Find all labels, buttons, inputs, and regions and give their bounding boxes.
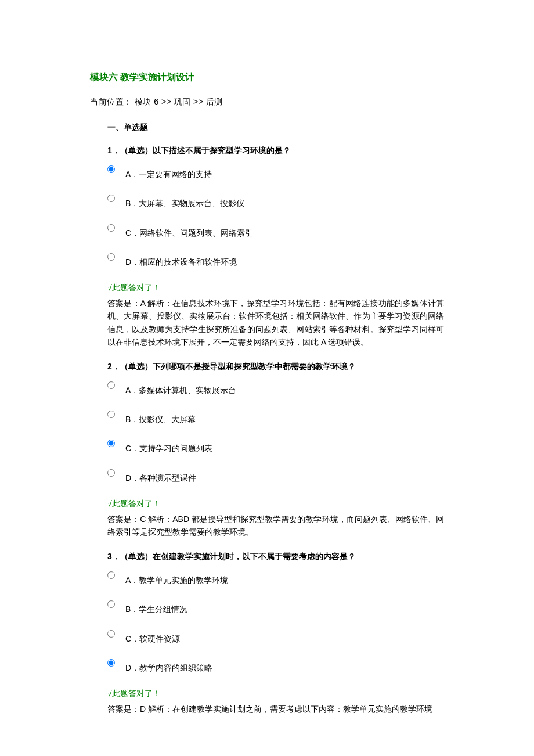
option-label: B．大屏幕、实物展示台、投影仪 <box>125 193 244 210</box>
question-block: 1．（单选）以下描述不属于探究型学习环境的是？A．一定要有网络的支持B．大屏幕、… <box>107 144 444 348</box>
option-row: C．软硬件资源 <box>107 629 444 645</box>
option-row: A．多媒体计算机、实物展示台 <box>107 380 444 397</box>
option-row: A．教学单元实施的教学环境 <box>107 570 444 586</box>
options-group: A．一定要有网络的支持B．大屏幕、实物展示台、投影仪C．网络软件、问题列表、网络… <box>107 164 444 269</box>
answer-explanation: 答案是：C 解析：ABD 都是授导型和探究型教学需要的教学环境，而问题列表、网络… <box>107 513 444 539</box>
questions-container: 1．（单选）以下描述不属于探究型学习环境的是？A．一定要有网络的支持B．大屏幕、… <box>90 144 444 715</box>
option-row: B．大屏幕、实物展示台、投影仪 <box>107 193 444 210</box>
option-label: B．投影仪、大屏幕 <box>125 409 196 426</box>
question-prompt: 1．（单选）以下描述不属于探究型学习环境的是？ <box>107 144 444 157</box>
option-label: C．支持学习的问题列表 <box>125 438 212 455</box>
option-radio[interactable] <box>107 165 115 173</box>
option-label: D．相应的技术设备和软件环境 <box>125 252 237 268</box>
option-row: C．网络软件、问题列表、网络索引 <box>107 223 444 239</box>
question-block: 3．（单选）在创建教学实施计划时，以下不属于需要考虑的内容是？A．教学单元实施的… <box>107 550 444 715</box>
option-label: A．教学单元实施的教学环境 <box>125 570 228 586</box>
option-label: A．一定要有网络的支持 <box>125 164 212 181</box>
page-title: 模块六 教学实施计划设计 <box>90 70 444 85</box>
option-row: A．一定要有网络的支持 <box>107 164 444 181</box>
correct-message: √此题答对了！ <box>107 281 444 294</box>
option-radio[interactable] <box>107 381 115 389</box>
option-row: D．各种演示型课件 <box>107 468 444 484</box>
option-label: C．软硬件资源 <box>125 629 180 645</box>
option-radio[interactable] <box>107 630 115 638</box>
question-prompt: 2．（单选）下列哪项不是授导型和探究型教学中都需要的教学环境？ <box>107 360 444 373</box>
option-row: C．支持学习的问题列表 <box>107 438 444 455</box>
option-radio[interactable] <box>107 440 115 447</box>
correct-message: √此题答对了！ <box>107 497 444 510</box>
option-row: D．相应的技术设备和软件环境 <box>107 252 444 268</box>
options-group: A．多媒体计算机、实物展示台B．投影仪、大屏幕C．支持学习的问题列表D．各种演示… <box>107 380 444 485</box>
option-radio[interactable] <box>107 253 115 261</box>
option-label: C．网络软件、问题列表、网络索引 <box>125 223 253 239</box>
breadcrumb: 当前位置： 模块 6 >> 巩固 >> 后测 <box>90 95 444 108</box>
answer-explanation: 答案是：A 解析：在信息技术环境下，探究型学习环境包括：配有网络连接功能的多媒体… <box>107 297 444 349</box>
option-radio[interactable] <box>107 411 115 418</box>
option-row: D．教学内容的组织策略 <box>107 658 444 674</box>
question-prompt: 3．（单选）在创建教学实施计划时，以下不属于需要考虑的内容是？ <box>107 550 444 563</box>
option-radio[interactable] <box>107 659 115 667</box>
correct-message: √此题答对了！ <box>107 687 444 700</box>
option-radio[interactable] <box>107 600 115 608</box>
option-label: A．多媒体计算机、实物展示台 <box>125 380 236 397</box>
option-row: B．学生分组情况 <box>107 599 444 615</box>
option-radio[interactable] <box>107 469 115 477</box>
answer-explanation: 答案是：D 解析：在创建教学实施计划之前，需要考虑以下内容：教学单元实施的教学环… <box>107 703 444 715</box>
option-radio[interactable] <box>107 224 115 232</box>
option-radio[interactable] <box>107 571 115 579</box>
option-label: D．各种演示型课件 <box>125 468 196 484</box>
question-block: 2．（单选）下列哪项不是授导型和探究型教学中都需要的教学环境？A．多媒体计算机、… <box>107 360 444 538</box>
options-group: A．教学单元实施的教学环境B．学生分组情况C．软硬件资源D．教学内容的组织策略 <box>107 570 444 675</box>
section-heading: 一、单选题 <box>107 121 444 134</box>
option-radio[interactable] <box>107 195 115 202</box>
option-label: D．教学内容的组织策略 <box>125 658 212 674</box>
option-label: B．学生分组情况 <box>125 599 187 615</box>
option-row: B．投影仪、大屏幕 <box>107 409 444 426</box>
